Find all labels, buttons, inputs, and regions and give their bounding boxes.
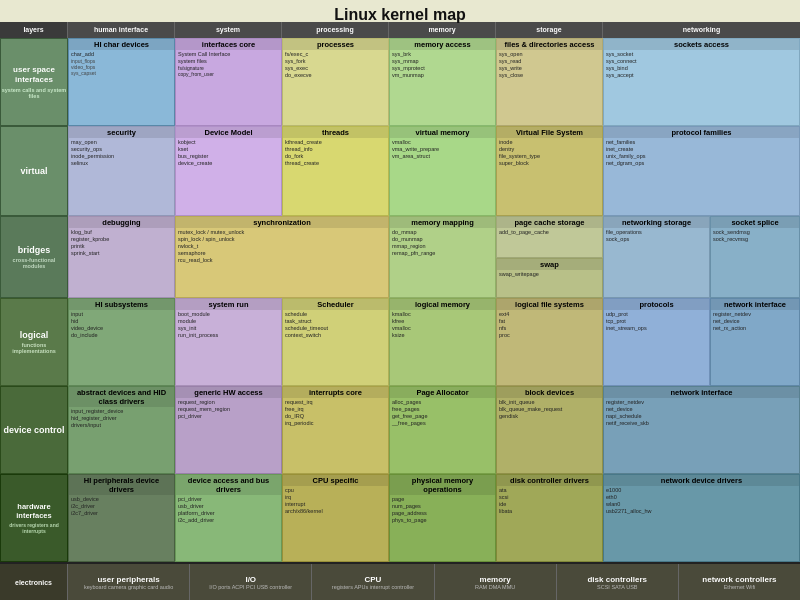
files-dirs-cell: files & directories access sys_open sys_… [496,38,603,126]
elec-network-controllers: network controllers Ethernet Wifi [679,564,800,600]
threads-title: threads [283,127,388,138]
disk-ctrl-drivers-cell: disk controller drivers ata scsi ide lib… [496,474,603,562]
debugging-cell: debugging klog_buf register_kprobe print… [68,216,175,298]
hi-char-devices-content: char_add input_flops video_fops sys_caps… [69,50,174,78]
col-system: system [175,22,282,38]
net-storage-cell: networking storage file_operations sock_… [603,216,710,298]
electronics-bar: electronics user peripherals keyboard ca… [0,562,800,600]
synchronization-title: synchronization [176,217,388,228]
interrupts-core-title: interrupts core [283,387,388,398]
memory-mapping-cell: memory mapping do_mmap do_munmap mmap_re… [389,216,496,298]
security-cell: security may_open security_ops inode_per… [68,126,175,216]
hi-peripherals-cell: HI peripherals device drivers usb_device… [68,474,175,562]
row-label-virtual: virtual [0,126,68,216]
device-access-bus-content: pci_driver usb_driver platform_driver i2… [176,495,281,525]
debugging-title: debugging [69,217,174,228]
protocols-cell: protocols udp_prot tcp_prot inet_stream_… [603,298,710,386]
interrupts-core-content: request_irq free_irq do_IRQ irq_periodic [283,398,388,428]
electronics-label: electronics [0,564,68,600]
page-title: Linux kernel map [0,0,800,22]
kernel-map: Linux kernel map layers human interface … [0,0,800,600]
memory-mapping-title: memory mapping [390,217,495,228]
page-allocator-cell: Page Allocator alloc_pages free_pages ge… [389,386,496,474]
logical-memory-content: kmalloc kfree vmalloc ksize [390,310,495,340]
generic-hw-content: request_region request_mem_region pci_dr… [176,398,281,421]
memory-access-title: memory access [390,39,495,50]
sockets-access-cell: sockets access sys_socket sys_connect sy… [603,38,800,126]
threads-cell: threads kthread_create thread_info do_fo… [282,126,389,216]
elec-io: I/O I/O ports ACPI PCI USB controller [190,564,312,600]
cpu-specific-cell: CPU specific cpu irq interrupt arch/x86/… [282,474,389,562]
physical-memory-ops-title: physical memory operations [390,475,495,495]
net-device-drivers-cell: network device drivers e1000 eth0 wlan0 … [603,474,800,562]
block-devices-content: blk_init_queue blk_queue_make_request ge… [497,398,602,421]
memory-access-content: sys_brk sys_mmap sys_mprotect vm_munmap [390,50,495,80]
scheduler-cell: Scheduler schedule task_struct schedule_… [282,298,389,386]
network-interface-logical-title: network interface [711,299,799,310]
hi-char-devices-cell: HI char devices char_add input_flops vid… [68,38,175,126]
vfs-cell: Virtual File System inode dentry file_sy… [496,126,603,216]
col-layers: layers [0,22,68,38]
interfaces-core-content: System Call Interface system files fs/si… [176,50,281,78]
threads-content: kthread_create thread_info do_fork threa… [283,138,388,168]
hi-subsystems-content: input hid video_device do_include [69,310,174,340]
protocol-families-content: net_families inet_create unix_family_ops… [604,138,799,168]
network-interface-device-title: network interface [604,387,799,398]
physical-memory-ops-cell: physical memory operations page num_page… [389,474,496,562]
virtual-memory-title: virtual memory [390,127,495,138]
protocol-families-cell: protocol families net_families inet_crea… [603,126,800,216]
files-dirs-title: files & directories access [497,39,602,50]
col-hi: human interface [68,22,175,38]
processes-title: processes [283,39,388,50]
network-interface-device-content: register_netdev net_device napi_schedule… [604,398,799,428]
col-storage: storage [496,22,603,38]
device-model-title: Device Model [176,127,281,138]
device-model-cell: Device Model kobject kset bus_register d… [175,126,282,216]
generic-hw-title: generic HW access [176,387,281,398]
files-dirs-content: sys_open sys_read sys_write sys_close [497,50,602,80]
elec-cpu: CPU registers APUs interrupt controller [312,564,434,600]
page-cache-cell: page cache storage add_to_page_cache [496,216,603,258]
hi-subsystems-title: HI subsystems [69,299,174,310]
elec-memory: memory RAM DMA MMU [435,564,557,600]
logical-fs-cell: logical file systems ext4 fat nfs proc [496,298,603,386]
row-label-device-control: device control [0,386,68,474]
page-allocator-title: Page Allocator [390,387,495,398]
cpu-specific-content: cpu irq interrupt arch/x86/kernel [283,486,388,516]
page-cache-title: page cache storage [497,217,602,228]
hi-char-devices-title: HI char devices [69,39,174,50]
block-devices-cell: block devices blk_init_queue blk_queue_m… [496,386,603,474]
swap-content: swap_writepage [497,270,602,279]
disk-ctrl-drivers-title: disk controller drivers [497,475,602,486]
device-model-content: kobject kset bus_register device_create [176,138,281,168]
cpu-specific-title: CPU specific [283,475,388,486]
debugging-content: klog_buf register_kprobe printk sprink_s… [69,228,174,258]
system-run-title: system run [176,299,281,310]
elec-disk-controllers: disk controllers SCSI SATA USB [557,564,679,600]
net-device-drivers-content: e1000 eth0 wlan0 usb2271_alloc_hw [604,486,799,516]
page-allocator-content: alloc_pages free_pages get_free_page __f… [390,398,495,428]
elec-user-peripherals: user peripherals keyboard camera graphic… [68,564,190,600]
virtual-memory-content: vmalloc vma_write_prepare vm_area_struct [390,138,495,161]
memory-access-cell: memory access sys_brk sys_mmap sys_mprot… [389,38,496,126]
socket-splice-content: sock_sendmsg sock_recvmsg [711,228,799,244]
vfs-title: Virtual File System [497,127,602,138]
protocols-content: udp_prot tcp_prot inet_stream_ops [604,310,709,333]
net-storage-content: file_operations sock_ops [604,228,709,244]
logical-fs-content: ext4 fat nfs proc [497,310,602,340]
sockets-access-title: sockets access [604,39,799,50]
abstract-hid-cell: abstract devices and HID class drivers i… [68,386,175,474]
protocol-families-title: protocol families [604,127,799,138]
device-access-bus-title: device access and bus drivers [176,475,281,495]
generic-hw-cell: generic HW access request_region request… [175,386,282,474]
abstract-hid-content: input_register_device hid_register_drive… [69,407,174,430]
network-interface-logical-content: register_netdev net_device net_rx_action [711,310,799,333]
system-run-cell: system run boot_module module sys_init r… [175,298,282,386]
interfaces-core-title: interfaces core [176,39,281,50]
network-interface-device-cell: network interface register_netdev net_de… [603,386,800,474]
protocols-title: protocols [604,299,709,310]
interfaces-core-cell: interfaces core System Call Interface sy… [175,38,282,126]
security-title: security [69,127,174,138]
hi-peripherals-title: HI peripherals device drivers [69,475,174,495]
sockets-access-content: sys_socket sys_connect sys_bind sys_acce… [604,50,799,80]
